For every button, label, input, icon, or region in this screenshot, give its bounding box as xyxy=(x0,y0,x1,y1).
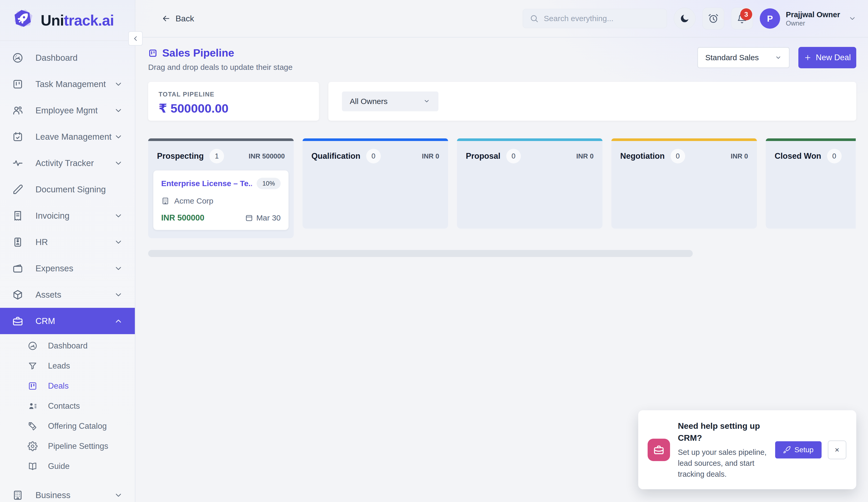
page-subtitle: Drag and drop deals to update their stag… xyxy=(148,63,293,72)
reminders-button[interactable] xyxy=(702,8,724,30)
funnel-icon xyxy=(28,361,38,371)
sidebar-item-leave-management[interactable]: Leave Management xyxy=(0,124,135,150)
sidebar-item-label: Business xyxy=(35,490,114,500)
sidebar-item-label: Activity Tracker xyxy=(35,158,114,168)
column-total: INR 0 xyxy=(576,152,593,160)
filters-card: All Owners xyxy=(328,82,856,121)
sidebar-item-assets[interactable]: Assets xyxy=(0,282,135,308)
chevron-down-icon xyxy=(114,159,123,168)
setup-button[interactable]: Setup xyxy=(775,441,822,459)
sidebar-subitem-label: Deals xyxy=(48,381,69,391)
building-icon xyxy=(12,490,23,501)
sidebar-item-label: CRM xyxy=(35,316,114,326)
column-drop-area[interactable]: Negotiation 0 INR 0 xyxy=(611,141,757,229)
column-drop-area[interactable]: Closed Won 0 xyxy=(766,141,856,229)
notification-badge: 3 xyxy=(740,8,752,20)
total-pipeline-card: TOTAL PIPELINE ₹ 500000.00 xyxy=(148,82,319,121)
setup-label: Setup xyxy=(794,446,814,454)
crm-help-popup: Need help setting up CRM? Set up your sa… xyxy=(638,410,856,489)
back-button[interactable]: Back xyxy=(162,14,194,23)
new-deal-button[interactable]: New Deal xyxy=(798,47,856,68)
sidebar-subitem-label: Contacts xyxy=(48,401,80,411)
sidebar-subitem-deals[interactable]: Deals xyxy=(0,376,135,396)
sidebar-subitem-pipeline-settings[interactable]: Pipeline Settings xyxy=(0,436,135,456)
sidebar-item-hr[interactable]: HR xyxy=(0,229,135,255)
column-name: Prospecting xyxy=(157,151,204,161)
pipeline-select[interactable]: Standard Sales xyxy=(698,47,789,68)
sidebar-subitem-offering-catalog[interactable]: Offering Catalog xyxy=(0,416,135,436)
brand-logo[interactable]: Unitrack.ai xyxy=(0,0,135,41)
user-profile-menu[interactable]: P Prajjwal Owner Owner xyxy=(760,8,856,29)
pen-icon xyxy=(12,184,23,195)
column-count-badge: 0 xyxy=(506,149,521,164)
deal-probability-badge: 10% xyxy=(257,178,281,189)
sidebar-subitem-guide[interactable]: Guide xyxy=(0,456,135,476)
brand-name: Unitrack.ai xyxy=(41,12,114,29)
column-total: INR 0 xyxy=(731,152,748,160)
kanban-column-closed-won: Closed Won 0 xyxy=(766,138,856,229)
sidebar-item-label: Task Management xyxy=(35,79,114,89)
contact-icon xyxy=(28,401,38,411)
global-search[interactable] xyxy=(523,9,667,28)
search-icon xyxy=(530,14,539,23)
column-drop-area[interactable]: Prospecting 1 INR 500000 Enterprise Lice… xyxy=(148,141,294,238)
kanban-icon xyxy=(148,49,157,58)
deal-title[interactable]: Enterprise License – Te... xyxy=(161,179,252,188)
sidebar-item-label: Assets xyxy=(35,290,114,300)
alarm-clock-icon xyxy=(708,13,719,24)
close-popup-button[interactable]: × xyxy=(828,440,846,459)
deal-amount: INR 500000 xyxy=(161,213,204,222)
column-total: INR 500000 xyxy=(249,152,285,160)
search-input[interactable] xyxy=(544,14,660,23)
moon-icon xyxy=(680,13,690,24)
deal-company: Acme Corp xyxy=(174,197,213,206)
column-drop-area[interactable]: Proposal 0 INR 0 xyxy=(457,141,602,229)
sidebar-item-activity-tracker[interactable]: Activity Tracker xyxy=(0,150,135,176)
column-count-badge: 1 xyxy=(209,149,224,164)
help-popup-title: Need help setting up CRM? xyxy=(678,420,768,444)
sidebar-item-employee-mgmt[interactable]: Employee Mgmt xyxy=(0,97,135,124)
avatar: P xyxy=(760,8,780,29)
arrow-left-icon xyxy=(162,14,171,23)
building-icon xyxy=(161,197,169,205)
owner-filter-select[interactable]: All Owners xyxy=(342,92,438,111)
sidebar-item-business[interactable]: Business xyxy=(0,482,135,502)
deal-card[interactable]: Enterprise License – Te... 10% Acme Corp… xyxy=(153,170,289,230)
column-drop-area[interactable]: Qualification 0 INR 0 xyxy=(302,141,448,229)
column-count-badge: 0 xyxy=(827,149,842,164)
board-horizontal-scrollbar[interactable] xyxy=(148,250,693,257)
sidebar-item-label: Expenses xyxy=(35,263,114,273)
sidebar-item-dashboard[interactable]: Dashboard xyxy=(0,44,135,71)
sidebar-item-label: Leave Management xyxy=(35,132,114,142)
chevron-down-icon xyxy=(114,290,123,299)
sidebar-subitem-contacts[interactable]: Contacts xyxy=(0,396,135,416)
column-color-bar xyxy=(148,138,294,141)
column-color-bar xyxy=(766,138,856,141)
sidebar-item-expenses[interactable]: Expenses xyxy=(0,255,135,282)
column-name: Closed Won xyxy=(775,151,821,161)
gauge-icon xyxy=(12,52,23,64)
sidebar-subitem-leads[interactable]: Leads xyxy=(0,356,135,376)
sidebar-subitem-label: Pipeline Settings xyxy=(48,441,108,451)
main-content: Sales Pipeline Drag and drop deals to up… xyxy=(135,38,868,502)
sidebar-item-crm[interactable]: CRM xyxy=(0,308,135,334)
total-pipeline-label: TOTAL PIPELINE xyxy=(158,91,309,98)
sidebar-item-label: HR xyxy=(35,237,114,247)
notifications-button[interactable]: 3 xyxy=(731,8,753,30)
sidebar-subitem-label: Offering Catalog xyxy=(48,421,107,431)
theme-toggle-button[interactable] xyxy=(674,8,695,30)
chevron-down-icon xyxy=(848,14,856,22)
kanban-column-proposal: Proposal 0 INR 0 xyxy=(457,138,602,229)
box-icon xyxy=(12,289,23,301)
sidebar-item-invoicing[interactable]: Invoicing xyxy=(0,202,135,229)
sidebar-subitem-crm-dashboard[interactable]: Dashboard xyxy=(0,336,135,356)
kanban-icon xyxy=(28,381,38,391)
kanban-board: Prospecting 1 INR 500000 Enterprise Lice… xyxy=(148,138,856,248)
sidebar-item-document-signing[interactable]: Document Signing xyxy=(0,176,135,202)
briefcase-icon xyxy=(12,315,23,327)
crm-submenu: Dashboard Leads Deals Contacts xyxy=(0,334,135,477)
sidebar-item-task-management[interactable]: Task Management xyxy=(0,71,135,97)
activity-icon xyxy=(12,157,23,169)
top-bar-actions: 3 P Prajjwal Owner Owner xyxy=(523,8,856,30)
sidebar-collapse-button[interactable] xyxy=(128,31,143,45)
